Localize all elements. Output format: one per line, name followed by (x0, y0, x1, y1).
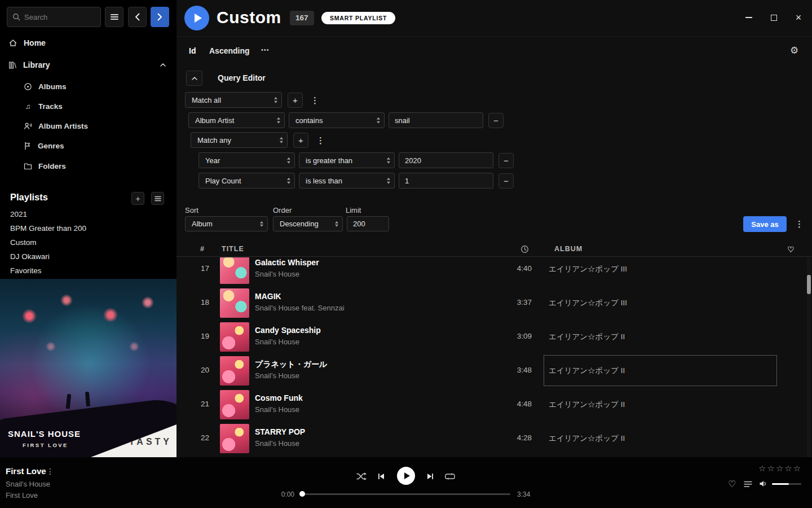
playlist-item-favorites[interactable]: Favorites (10, 265, 42, 277)
star-icon[interactable]: ☆ (776, 463, 783, 474)
album-art-thumbnail (220, 322, 249, 352)
remove-group-rule-button[interactable]: − (498, 153, 514, 168)
sidebar-item-albums[interactable]: Albums (0, 78, 176, 94)
group-rule-value-input[interactable] (399, 173, 493, 189)
table-row[interactable]: 21 Cosmo Funk Snail's House 4:48 エイリアン☆ポ… (176, 388, 812, 422)
group-rule-field-select[interactable]: Play Count (198, 173, 295, 189)
rule-field-select[interactable]: Album Artist (188, 112, 285, 128)
sort-direction-button[interactable]: Ascending (209, 46, 250, 55)
track-number: 22 (187, 433, 209, 442)
sort-select[interactable]: Album (185, 216, 268, 231)
order-select[interactable]: Descending (273, 216, 343, 231)
playlist-item-bpm[interactable]: BPM Greater than 200 (10, 223, 86, 234)
group-rule-value-input[interactable] (399, 152, 493, 168)
search-input[interactable] (24, 13, 95, 21)
add-rule-button[interactable]: + (288, 93, 303, 108)
collapse-query-editor-button[interactable] (186, 71, 202, 86)
play-playlist-button[interactable] (184, 6, 209, 30)
star-icon[interactable]: ☆ (767, 463, 774, 474)
artwork-figure (66, 394, 72, 409)
col-index[interactable]: # (200, 245, 205, 253)
scrollbar-thumb[interactable] (807, 275, 811, 294)
next-track-button[interactable] (426, 472, 435, 481)
playlist-item-2021[interactable]: 2021 (10, 209, 27, 220)
close-button[interactable]: × (791, 10, 806, 25)
remove-group-rule-button[interactable]: − (498, 173, 514, 189)
seek-handle[interactable] (299, 491, 305, 497)
track-title: STARRY POP (255, 427, 305, 436)
match-mode-select[interactable]: Match all (185, 92, 282, 108)
table-row[interactable]: 17 Galactic Whisper Snail's House 4:40 エ… (176, 257, 812, 286)
track-album: エイリアン☆ポップ III (549, 298, 627, 308)
rating-stars: ☆ ☆ ☆ ☆ ☆ (758, 463, 801, 474)
group-rule-field-select[interactable]: Year (198, 152, 295, 168)
now-playing-menu-button[interactable]: ⋮ (46, 467, 54, 476)
forward-button[interactable] (151, 7, 169, 27)
track-duration: 4:48 (489, 400, 532, 408)
shuffle-button[interactable] (355, 471, 368, 481)
favorite-heart-button[interactable]: ♡ (728, 479, 736, 489)
star-icon[interactable]: ☆ (758, 463, 766, 474)
settings-gear-button[interactable]: ⚙ (790, 45, 798, 56)
rule-group-menu-button[interactable]: ⋮ (311, 95, 319, 106)
save-as-button[interactable]: Save as (743, 216, 787, 232)
seek-bar[interactable] (302, 493, 510, 495)
tracks-label: Tracks (38, 102, 63, 111)
sidebar-item-genres[interactable]: Genres (0, 138, 176, 154)
star-icon[interactable]: ☆ (793, 463, 801, 474)
query-editor-heading: Query Editor (218, 73, 266, 82)
col-title[interactable]: TITLE (222, 245, 244, 253)
playlist-item-dj-okawari[interactable]: DJ Okawari (10, 251, 50, 262)
sidebar-item-album-artists[interactable]: Album Artists (0, 118, 176, 134)
table-row[interactable]: 19 Candy Spaceship Snail's House 3:09 エイ… (176, 320, 812, 354)
table-row[interactable]: 20 プラネット・ガール Snail's House 3:48 エイリアン☆ポッ… (176, 354, 812, 388)
add-playlist-button[interactable]: + (131, 192, 144, 205)
now-playing-album: First Love (6, 491, 38, 500)
album-art-thumbnail (220, 356, 249, 386)
table-row[interactable]: 18 MAGIK Snail's House feat. Sennzai 3:3… (176, 286, 812, 320)
group-match-mode-select[interactable]: Match any (191, 132, 288, 148)
playlist-view-button[interactable] (151, 192, 164, 205)
play-pause-button[interactable] (397, 467, 415, 485)
previous-track-button[interactable] (377, 472, 386, 481)
group-rule-operator-select[interactable]: is greater than (299, 152, 395, 168)
duration-clock-icon[interactable] (520, 245, 529, 253)
search-box[interactable] (7, 7, 101, 27)
smart-playlist-badge: SMART PLAYLIST (321, 12, 395, 24)
album-art-thumbnail (220, 424, 249, 453)
sort-field-button[interactable]: Id (189, 46, 196, 55)
rule-operator-select[interactable]: contains (289, 112, 385, 128)
list-icon (155, 196, 161, 202)
repeat-button[interactable] (444, 472, 456, 481)
plus-icon: + (135, 194, 140, 203)
col-album[interactable]: ALBUM (554, 245, 582, 253)
add-group-rule-button[interactable]: + (293, 133, 308, 148)
track-duration: 4:28 (489, 433, 532, 442)
sort-label: Sort (185, 206, 198, 214)
star-icon[interactable]: ☆ (784, 463, 792, 474)
playlist-menu-button[interactable]: ⋮ (795, 219, 804, 229)
volume-slider[interactable] (772, 483, 801, 485)
favorite-column-icon[interactable]: ♡ (787, 245, 795, 254)
remove-rule-button[interactable]: − (488, 113, 504, 128)
more-options-button[interactable]: ••• (261, 46, 270, 53)
group-rule-operator-select[interactable]: is less than (299, 173, 395, 189)
album-art-thumbnail (220, 257, 249, 284)
playlist-item-custom[interactable]: Custom (10, 237, 37, 248)
group-menu-button[interactable]: ⋮ (316, 135, 325, 146)
sidebar-item-tracks[interactable]: ♫ Tracks (0, 98, 176, 114)
minimize-button[interactable] (741, 10, 757, 25)
volume-button[interactable] (758, 479, 769, 488)
now-playing-artwork[interactable]: SNAIL'S HOUSE FIRST LOVE TASTY (0, 279, 176, 457)
menu-button[interactable] (105, 7, 123, 27)
queue-button[interactable] (743, 480, 753, 488)
rule-value-input[interactable] (389, 112, 483, 128)
table-row[interactable]: 22 STARRY POP Snail's House 4:28 エイリアン☆ポ… (176, 422, 812, 456)
limit-input[interactable] (347, 216, 389, 231)
maximize-button[interactable] (766, 10, 782, 25)
sidebar-item-home[interactable]: Home (0, 35, 176, 51)
sidebar-item-library[interactable]: Library (0, 57, 176, 73)
back-button[interactable] (128, 7, 147, 27)
album-artists-label: Album Artists (38, 122, 88, 130)
sidebar-item-folders[interactable]: Folders (0, 158, 176, 174)
